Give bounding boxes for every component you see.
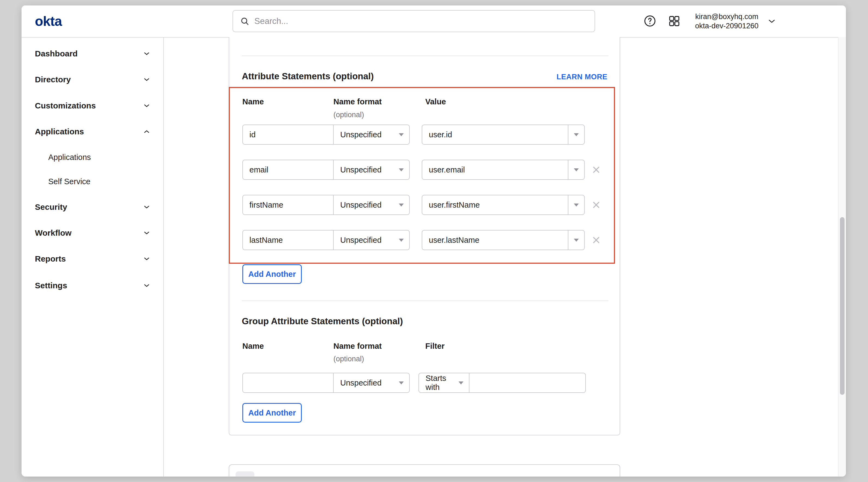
app-window: okta kiran@boxyhq.com okta-dev-20901260 <box>22 5 846 477</box>
sidebar-item-label: Directory <box>35 75 71 84</box>
delete-row-icon[interactable] <box>592 235 601 245</box>
learn-more-link[interactable]: LEARN MORE <box>557 73 608 81</box>
sidebar-item-workflow[interactable]: Workflow <box>35 225 150 241</box>
add-another-attribute-button[interactable]: Add Another <box>242 264 302 284</box>
filter-type-select[interactable]: Starts with <box>419 373 469 392</box>
account-menu[interactable]: kiran@boxyhq.com okta-dev-20901260 <box>693 12 761 31</box>
column-header-name: Name <box>242 97 264 106</box>
chevron-down-icon <box>143 102 150 109</box>
scrollbar-track[interactable] <box>838 37 846 477</box>
group-attribute-name-input[interactable] <box>243 379 333 387</box>
sidebar-item-customizations[interactable]: Customizations <box>35 98 150 114</box>
delete-row-icon[interactable] <box>592 165 601 174</box>
search-input[interactable] <box>254 17 587 26</box>
name-and-format-group: Unspecified <box>242 195 410 215</box>
attribute-value-input[interactable] <box>422 236 568 245</box>
dropdown-arrow-icon <box>574 133 579 136</box>
column-header-format: Name format <box>333 342 382 351</box>
attribute-value-input[interactable] <box>422 165 568 174</box>
dropdown-arrow-icon <box>399 239 404 242</box>
account-org: okta-dev-20901260 <box>695 21 759 31</box>
sidebar-item-label: Settings <box>35 281 67 290</box>
dropdown-arrow-icon <box>399 203 404 206</box>
column-header-format: Name format <box>333 97 382 106</box>
sidebar-item-label: Applications <box>35 127 84 136</box>
attribute-value-combobox <box>422 230 585 250</box>
sidebar-item-dashboard[interactable]: Dashboard <box>35 45 150 62</box>
value-dropdown-button[interactable] <box>568 125 584 144</box>
sidebar-item-directory[interactable]: Directory <box>35 71 150 88</box>
sidebar-subitem-self-service[interactable]: Self Service <box>48 173 150 190</box>
chevron-down-icon <box>143 76 150 83</box>
sidebar-subitem-applications[interactable]: Applications <box>48 149 150 165</box>
column-header-format-note: (optional) <box>333 110 364 119</box>
name-format-select[interactable]: Unspecified <box>333 160 409 179</box>
dropdown-arrow-icon <box>574 203 579 206</box>
topbar: okta kiran@boxyhq.com okta-dev-20901260 <box>22 5 846 37</box>
filter-group: Starts with <box>418 373 586 393</box>
dropdown-arrow-icon <box>459 382 463 384</box>
name-format-select[interactable]: Unspecified <box>333 125 409 144</box>
attribute-value-input[interactable] <box>422 200 568 210</box>
attribute-value-combobox <box>422 160 585 180</box>
chevron-down-icon <box>143 229 150 236</box>
dropdown-arrow-icon <box>399 133 404 136</box>
column-header-value: Value <box>425 97 446 106</box>
sidebar-item-settings[interactable]: Settings <box>35 277 150 294</box>
attribute-statements-title: Attribute Statements (optional) <box>242 71 374 82</box>
app-switcher-grid-icon[interactable] <box>668 15 680 27</box>
attribute-name-input[interactable] <box>243 165 333 174</box>
sidebar-nav: Dashboard Directory Customizations Appli… <box>22 37 163 477</box>
name-format-selected-value: Unspecified <box>340 130 382 139</box>
attribute-statement-row: Unspecified <box>242 195 609 215</box>
dropdown-arrow-icon <box>574 168 579 171</box>
section-divider <box>242 300 609 301</box>
filter-type-selected-value: Starts with <box>426 374 459 392</box>
name-and-format-group: Unspecified <box>242 160 410 180</box>
name-format-selected-value: Unspecified <box>340 379 382 387</box>
attribute-name-input[interactable] <box>243 200 333 210</box>
dropdown-arrow-icon <box>574 239 579 242</box>
global-search <box>232 10 595 32</box>
attribute-value-combobox <box>422 195 585 215</box>
next-section-card <box>229 464 620 477</box>
sidebar-item-reports[interactable]: Reports <box>35 251 150 267</box>
search-icon <box>240 17 249 26</box>
chevron-down-icon <box>143 50 150 57</box>
group-attribute-statement-row: Unspecified Starts with <box>242 373 609 393</box>
okta-logo: okta <box>35 5 62 37</box>
sidebar-item-label: Dashboard <box>35 49 78 58</box>
account-email: kiran@boxyhq.com <box>695 12 758 21</box>
sidebar-subitem-label: Self Service <box>48 177 91 186</box>
section-divider <box>242 56 609 56</box>
chevron-down-icon <box>143 255 150 262</box>
sidebar-item-label: Workflow <box>35 228 71 237</box>
value-dropdown-button[interactable] <box>568 230 584 250</box>
column-header-name: Name <box>242 342 264 351</box>
chevron-down-icon <box>143 203 150 211</box>
attribute-statement-row: Unspecified <box>242 230 609 250</box>
chevron-down-icon[interactable] <box>767 17 776 26</box>
value-dropdown-button[interactable] <box>568 160 584 179</box>
add-another-group-attribute-button[interactable]: Add Another <box>242 403 302 423</box>
filter-value-input[interactable] <box>469 379 585 387</box>
name-format-selected-value: Unspecified <box>340 236 382 245</box>
attribute-value-input[interactable] <box>422 130 568 139</box>
attribute-name-input[interactable] <box>243 236 333 245</box>
name-format-select[interactable]: Unspecified <box>333 230 409 250</box>
help-icon[interactable] <box>644 15 656 27</box>
scrollbar-thumb[interactable] <box>840 217 844 395</box>
delete-row-icon[interactable] <box>592 200 601 210</box>
value-dropdown-button[interactable] <box>568 195 584 215</box>
saml-settings-card: Attribute Statements (optional) LEARN MO… <box>229 37 620 436</box>
sidebar-item-security[interactable]: Security <box>35 199 150 215</box>
sidebar-item-applications[interactable]: Applications <box>35 123 150 140</box>
attribute-name-input[interactable] <box>243 130 333 139</box>
name-format-select[interactable]: Unspecified <box>333 195 409 215</box>
attribute-value-combobox <box>422 125 585 145</box>
name-format-select[interactable]: Unspecified <box>333 373 409 392</box>
sidebar-item-label: Customizations <box>35 101 96 110</box>
sidebar-subitem-label: Applications <box>48 153 91 162</box>
column-header-format-note: (optional) <box>333 355 364 363</box>
attribute-statement-row: Unspecified <box>242 125 609 145</box>
